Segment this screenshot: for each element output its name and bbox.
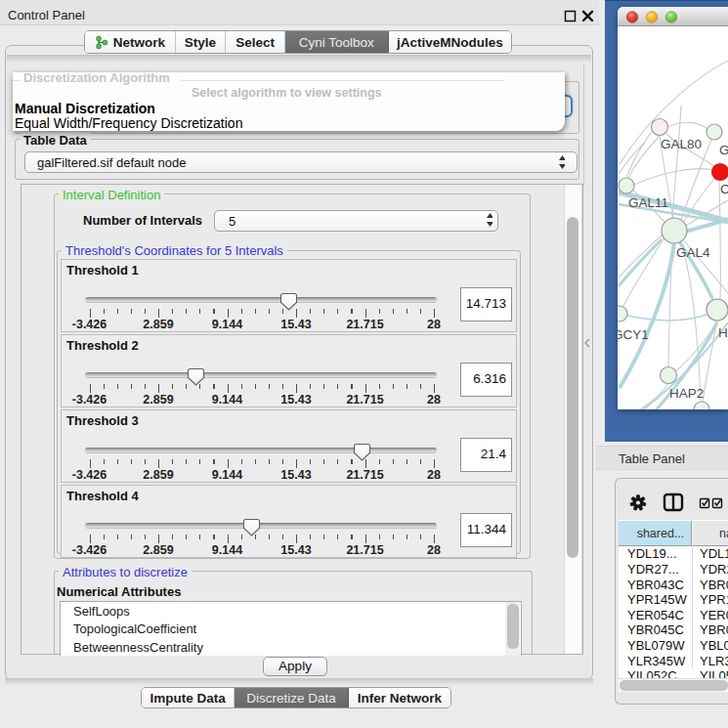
svg-text:GA: GA <box>719 143 728 157</box>
svg-text:GAL11: GAL11 <box>628 195 668 210</box>
svg-text:GAL4: GAL4 <box>676 245 710 260</box>
svg-text:HA: HA <box>718 325 728 340</box>
svg-text:C: C <box>720 182 728 196</box>
svg-text:HAP2: HAP2 <box>669 386 704 401</box>
svg-text:GCY1: GCY1 <box>618 327 649 342</box>
svg-text:GAL80: GAL80 <box>661 137 702 151</box>
